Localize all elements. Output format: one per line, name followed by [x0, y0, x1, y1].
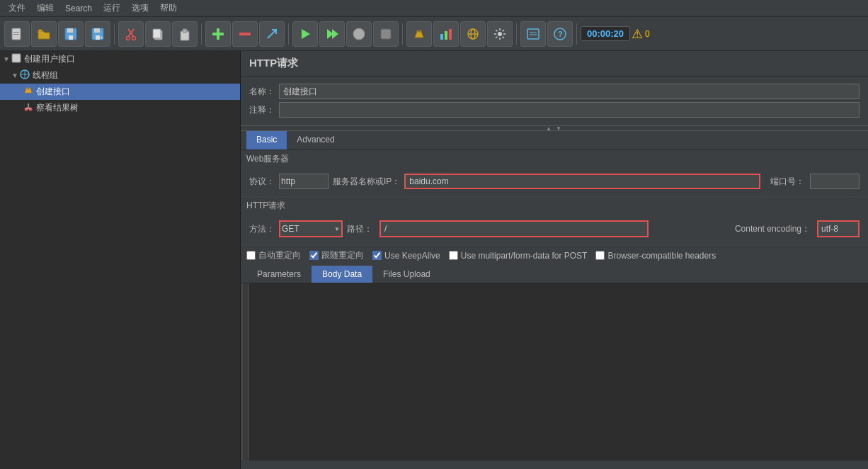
expand-icon-root: ▼ [3, 55, 10, 63]
remote-button[interactable] [460, 21, 486, 47]
multipart-checkbox[interactable]: Use multipart/form-data for POST [449, 251, 588, 261]
sidebar-item-root[interactable]: ▼ 创建用户接口 [0, 51, 240, 67]
svg-text:?: ? [558, 30, 563, 38]
name-label: 名称： [249, 86, 275, 98]
multipart-input[interactable] [449, 251, 458, 260]
tab-bar: Basic Advanced [241, 131, 868, 150]
http-request-section: 方法： GET POST PUT DELETE PATCH 路径： Conten… [241, 213, 868, 245]
start2-button[interactable] [319, 21, 345, 47]
method-select-wrapper: GET POST PUT DELETE PATCH [279, 220, 343, 237]
sidebar-item-group-label: 线程组 [33, 69, 58, 81]
sidebar-item-group[interactable]: ▼ 线程组 [0, 67, 240, 84]
browser-compatible-input[interactable] [595, 251, 605, 260]
sub-tab-bar: Parameters Body Data Files Upload [241, 266, 868, 283]
svg-rect-27 [440, 34, 443, 40]
stop1-button[interactable] [346, 21, 372, 47]
name-input[interactable] [279, 84, 860, 99]
expand-icon-group: ▼ [11, 72, 18, 79]
warning-count: 0 [645, 29, 650, 39]
server-name-label: 服务器名称或IP： [333, 176, 400, 188]
tab-basic[interactable]: Basic [246, 131, 287, 149]
sep5 [516, 23, 517, 45]
menu-file[interactable]: 文件 [3, 1, 31, 16]
request-icon [23, 86, 33, 98]
comment-row: 注释： [249, 102, 860, 118]
svg-text:+: + [100, 35, 103, 41]
copy-button[interactable] [145, 21, 171, 47]
sub-tab-body-data[interactable]: Body Data [312, 266, 372, 283]
svg-rect-19 [217, 28, 219, 40]
comment-input[interactable] [279, 102, 860, 118]
expand-icon-tree [20, 104, 22, 112]
clear-button[interactable] [406, 21, 432, 47]
up-button[interactable] [259, 21, 285, 47]
auto-redirect-input[interactable] [246, 251, 256, 260]
toolbar: + ? [0, 17, 868, 51]
content-area: HTTP请求 名称： 注释： ▲ ▼ Basic Advanced Web服务器 [241, 51, 868, 469]
follow-redirect-checkbox[interactable]: 跟随重定向 [309, 249, 364, 261]
sidebar-item-tree[interactable]: 察看结果树 [0, 100, 240, 116]
group-icon [20, 69, 30, 81]
keepalive-checkbox[interactable]: Use KeepAlive [372, 251, 440, 261]
svg-point-25 [353, 28, 365, 40]
name-row: 名称： [249, 84, 860, 99]
body-area [241, 283, 868, 460]
save-button[interactable] [58, 21, 84, 47]
menu-run[interactable]: 运行 [98, 1, 126, 16]
sub-tab-parameters[interactable]: Parameters [246, 266, 312, 283]
sep2 [201, 23, 202, 45]
server-input[interactable] [404, 174, 760, 189]
settings-button[interactable] [487, 21, 513, 47]
encoding-label: Content encoding： [735, 223, 813, 235]
auto-redirect-checkbox[interactable]: 自动重定向 [246, 249, 301, 261]
port-input[interactable] [810, 174, 860, 189]
menu-search[interactable]: Search [59, 2, 98, 15]
svg-rect-17 [183, 29, 187, 33]
name-section: 名称： 注释： [241, 77, 868, 125]
add-button[interactable] [205, 21, 231, 47]
body-gutter [243, 283, 249, 460]
method-label: 方法： [249, 223, 275, 235]
result-button[interactable] [433, 21, 459, 47]
cut-button[interactable] [118, 21, 144, 47]
menu-options[interactable]: 选项 [126, 1, 154, 16]
protocol-select[interactable]: http https [279, 174, 329, 189]
panel-header: HTTP请求 [241, 51, 868, 77]
keepalive-input[interactable] [372, 251, 382, 260]
panel-title: HTTP请求 [249, 57, 298, 69]
start-button[interactable] [292, 21, 318, 47]
sidebar-item-request[interactable]: 创建接口 [0, 84, 240, 100]
browser-compatible-checkbox[interactable]: Browser-compatible headers [595, 251, 716, 261]
main-layout: ▼ 创建用户接口 ▼ 线程组 创建接口 [0, 51, 868, 469]
stop2-button[interactable] [373, 21, 399, 47]
paste-button[interactable] [172, 21, 198, 47]
checkboxes-row: 自动重定向 跟随重定向 Use KeepAlive Use multipart/… [241, 245, 868, 266]
tab-advanced[interactable]: Advanced [287, 131, 344, 149]
sub-tab-files-upload[interactable]: Files Upload [372, 266, 441, 283]
log-button[interactable] [520, 21, 546, 47]
svg-point-33 [498, 32, 502, 36]
keepalive-label: Use KeepAlive [384, 251, 440, 261]
open-button[interactable] [31, 21, 57, 47]
help-button[interactable]: ? [547, 21, 573, 47]
resize-handle[interactable]: ▲ ▼ [241, 125, 868, 131]
sidebar-item-root-label: 创建用户接口 [24, 53, 75, 65]
save-as-button[interactable]: + [85, 21, 110, 47]
remove-button[interactable] [232, 21, 258, 47]
body-textarea[interactable] [249, 283, 868, 460]
svg-rect-29 [449, 29, 452, 40]
warning-display: ⚠ 0 [632, 26, 650, 42]
menu-help[interactable]: 帮助 [154, 1, 183, 16]
encoding-input[interactable] [817, 220, 860, 237]
menu-edit[interactable]: 编辑 [31, 1, 59, 16]
follow-redirect-input[interactable] [309, 251, 319, 260]
sep1 [114, 23, 115, 45]
follow-redirect-label: 跟随重定向 [321, 249, 364, 261]
svg-rect-2 [13, 34, 19, 35]
method-select[interactable]: GET POST PUT DELETE PATCH [279, 220, 343, 237]
svg-rect-34 [527, 29, 539, 39]
new-button[interactable] [4, 21, 30, 47]
comment-label: 注释： [249, 104, 275, 116]
path-input[interactable] [379, 220, 649, 237]
svg-rect-26 [381, 29, 391, 39]
